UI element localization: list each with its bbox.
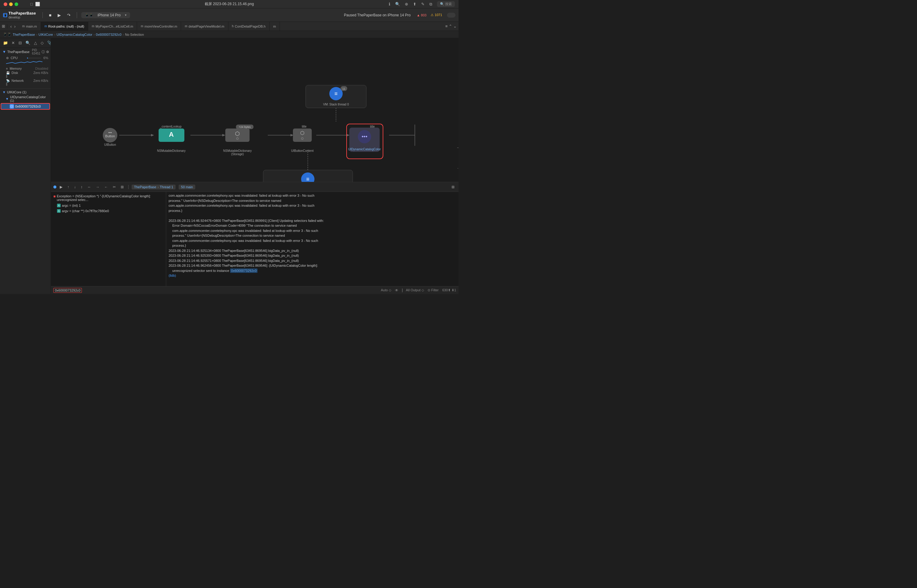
maximize-button[interactable] [15,2,18,6]
sidebar-uidynamic-cat[interactable]: ▼ UIDynamicCatalogColor (1) [0,95,51,103]
svg-text:⬡: ⬡ [236,137,239,140]
log-line-3: 2023-06-28 21:14:46.925134+0800 ThePaper… [168,248,456,254]
file-icon-active: m [45,24,47,28]
search-icon[interactable]: 🔍 [395,2,400,6]
tab-morevc[interactable]: m moreViewController.m [137,22,181,31]
tab-mypaperch[interactable]: m MyPaperCh...elListCell.m [88,22,137,31]
run-button[interactable]: ▶ [56,12,63,18]
sidebar-app-item[interactable]: ▼ ThePaperBase PID 63451 ⓘ ⚙ [0,48,51,56]
sidebar-toolbar: 📁 ✕ ⊟ 🔍 △ ◇ 📎 □ ≡ [0,38,51,48]
auto-label[interactable]: Auto ◇ [381,288,391,292]
sidebar-tri-btn[interactable]: △ [33,40,38,46]
cpu-bar [27,58,41,58]
sidebar-diamond-btn[interactable]: ◇ [39,40,45,46]
breadcrumb-uikitcore[interactable]: UIKitCore [39,33,53,36]
tab-detail[interactable]: m detailPageViewModel.m [181,22,228,31]
toggle-button[interactable] [447,13,456,18]
log-line-4: 2023-06-28 21:14:46.925393+0800 ThePaper… [168,253,456,258]
console-step-up[interactable]: ↑ [66,184,71,190]
edit-icon[interactable]: ✎ [421,2,425,6]
console-bottom-right: Auto ◇ 👁 | All Output ◇ ⊙ Filter 630⬆ ⬇1 [381,288,456,292]
breadcrumb-address[interactable]: 0x6000073292c0 [96,33,121,36]
svg-text:(Storage): (Storage) [231,152,244,156]
frame-selector[interactable]: 50 main [179,184,195,189]
info-icon[interactable]: ℹ [389,2,390,6]
breadcrumb-app[interactable]: ThePaperBase [13,33,35,36]
console-layout-btn[interactable]: ⊞ [450,184,456,190]
share-icon[interactable]: ⬆ [413,2,416,6]
svg-text:_as: _as [457,145,458,148]
duplicate-icon[interactable]: ⧉ [429,2,432,6]
sidebar-close-btn[interactable]: ✕ [10,40,16,46]
search-bar[interactable]: 🔍 搜索 [437,1,455,7]
stop-button[interactable]: ■ [47,12,53,18]
tabbar: ⊞ ‹ › m main.m m Root-paths: (null) - (n… [0,22,458,31]
sidebar-address-item[interactable]: ⬡ 0x6000073292c0 [1,103,50,110]
app-thread-selector[interactable]: ThePaperBase › Thread 1 [132,184,176,189]
console-arrow-left[interactable]: ← [103,184,110,190]
app-icon: 📱 [3,13,7,17]
argv-item[interactable]: A argv = (char **) 0x7ff7bc7880e0 [51,208,166,214]
breadcrumb-sep1: › [36,33,37,36]
var-type-a2: A [57,209,61,213]
svg-marker-14 [347,134,349,136]
exception-text: Exception = (NSException *) "-[UIDynamic… [57,194,163,202]
breadcrumb: 📱📱 ThePaperBase › UIKitCore › UIDynamicC… [0,31,458,38]
sidebar-minus-btn[interactable]: ⊟ [17,40,23,46]
log-line-6: 2023-06-28 21:14:46.962456+0800 ThePaper… [168,263,456,273]
step-button[interactable]: ↷ [65,12,73,18]
disk-stat-row: 💾 Disk Zero KB/s [0,71,51,75]
gear-icon-sidebar: ⚙ [46,50,49,54]
console-step-inout[interactable]: ↔ [86,184,92,190]
sidebar-folder-btn[interactable]: 📁 [2,40,9,46]
button-node: ••• Button UIButton [103,128,117,146]
sidebar-link-btn[interactable]: 📎 [46,40,51,46]
main-layout: 📁 ✕ ⊟ 🔍 △ ◇ 📎 □ ≡ ▼ ThePaperBase PID 634… [0,38,458,294]
svg-text:UIDynamicCatalogColor: UIDynamicCatalogColor [348,148,381,151]
minimize-button[interactable] [9,2,13,6]
sidebar-uikitcore[interactable]: ▼ UIKitCore (1) [0,90,51,95]
device-selector[interactable]: 📱📱 iPhone 14 Pro ▾ [81,12,130,18]
svg-marker-10 [222,134,225,136]
nsdict-node: A NSMutableDictionary [157,129,186,152]
svg-text:•••: ••• [362,134,367,140]
network-icon: 📡 [6,79,10,82]
tab-back-button[interactable]: ‹ [9,23,13,29]
separator [42,12,43,18]
all-output-label[interactable]: All Output ◇ [406,288,424,292]
file-icon4: m [185,24,187,28]
close-button[interactable] [4,2,7,6]
console-arrow-right[interactable]: → [94,184,101,190]
console-bottom-bar: 0x6000073292c0 Auto ◇ 👁 | All Output ◇ ⊙… [51,286,458,294]
tab-contdetail[interactable]: h ContDetailPageDB.h [228,22,270,31]
expand-icon: ▼ [2,50,6,54]
tab-chevron-up[interactable]: ⌃ [449,24,452,29]
console-stack-panel: ■ Exception = (NSException *) "-[UIDynam… [51,192,166,286]
tab-more[interactable]: m [270,22,280,31]
console-scissors[interactable]: ✂ [111,184,117,190]
uibuttoncontent-node: ⬡ ⬡ UIButtonContent [291,129,314,152]
argv-text: argv = (char **) 0x7ff7bc7880e0 [62,209,109,213]
tab-root-paths[interactable]: m Root-paths: (null) - (null) [41,22,88,31]
zoom-icon[interactable]: ⊕ [405,2,408,6]
uikitcore-expand: ▼ [2,90,6,94]
breadcrumb-uidynamic[interactable]: UIDynamicCatalogColor [57,33,92,36]
filter-icon[interactable]: ⊙ Filter [428,288,439,292]
network-bar-tiny [6,83,7,86]
graph-svg: ≡ VM: Stack thread 0 11 [51,38,458,182]
sidebar-search-btn[interactable]: 🔍 [24,40,32,46]
tab-chevron-down[interactable]: ⌄ [453,24,457,29]
uidynamic-expand: ▼ [5,97,9,101]
exception-item[interactable]: ■ Exception = (NSException *) "-[UIDynam… [51,193,166,203]
tab-main-m[interactable]: m main.m [18,22,40,31]
tab-list-button[interactable]: ≡ [445,24,448,29]
console-step-updown[interactable]: ↕ [79,184,84,190]
eye-icon[interactable]: 👁 [395,288,398,292]
argc-item[interactable]: A argc = (int) 1 [51,203,166,208]
console-step-down[interactable]: ↓ [73,184,77,190]
console-grid[interactable]: ⊞ [119,184,125,190]
tab-layout-toggle[interactable]: ⊞ [0,24,7,29]
breadcrumb-sep2: › [54,33,55,36]
tab-forward-button[interactable]: › [13,23,17,29]
console-play-btn[interactable]: ▶ [58,184,64,190]
